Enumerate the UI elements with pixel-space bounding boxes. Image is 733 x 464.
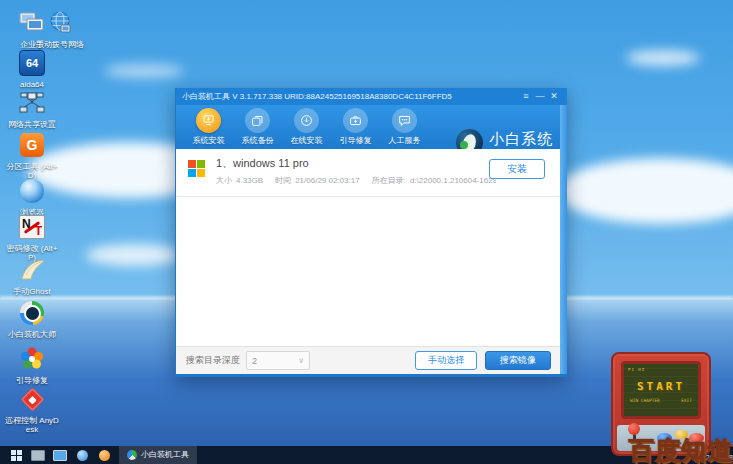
cloud [104, 64, 184, 78]
arcade-screen: P1 HI START WIN CHAPTER EXIT [621, 361, 701, 419]
search-depth-label: 搜索目录深度 [186, 354, 240, 367]
cloud [86, 244, 182, 266]
time-value: 21/06/29 02:03:17 [295, 176, 360, 185]
desktop-icon-diskgenius[interactable]: G 分区工具 (Alt+D) [4, 130, 60, 180]
taskbar-item-browser[interactable] [71, 446, 93, 464]
search-depth-value: 2 [252, 356, 298, 366]
globe-network-icon [45, 8, 75, 38]
nt-password-icon: N T [17, 212, 47, 242]
menu-icon[interactable]: ≡ [519, 88, 533, 105]
taskbar-task-label: 小白装机工具 [141, 449, 189, 460]
time-label: 时间 [275, 176, 291, 185]
cloud [626, 50, 700, 66]
xiaobai-app-icon [17, 298, 47, 328]
baidu-zhidao-watermark: 百度知道 [629, 434, 733, 464]
system-install-icon [196, 108, 221, 133]
globe-icon [77, 450, 88, 461]
window-title: 小白装机工具 V 3.1.717.338 URID:88A24525169518… [182, 91, 519, 102]
app-window: 小白装机工具 V 3.1.717.338 URID:88A24525169518… [175, 88, 567, 377]
diskgenius-icon-text: G [27, 137, 38, 153]
windows-logo-icon [188, 160, 206, 178]
arcade-right-text: EXIT [681, 398, 692, 403]
folder-icon [31, 450, 45, 461]
search-depth-select[interactable]: 2 ∨ [246, 351, 310, 370]
desktop-icon-ghost[interactable]: 手动Ghost [4, 255, 60, 296]
desktop-icon-label: 小白装机大师 [4, 330, 60, 339]
desktop-icon-label: 网络共享设置 [4, 120, 60, 129]
boot-repair-icon [343, 108, 368, 133]
nav-customer-service[interactable]: 人工服务 [380, 108, 429, 146]
chevron-down-icon: ∨ [298, 356, 304, 365]
desktop: 企业版 手动拨号网络 64 aida64 [0, 0, 733, 464]
size-value: 4.33GB [236, 176, 263, 185]
manual-select-button[interactable]: 手动选择 [415, 351, 477, 370]
search-image-button[interactable]: 搜索镜像 [485, 351, 551, 370]
window-navbar: 系统安装 系统备份 在线安装 引导修复 [176, 105, 567, 150]
nav-system-backup[interactable]: 系统备份 [233, 108, 282, 146]
aida64-icon: 64 [17, 48, 47, 78]
desktop-icon-network-share[interactable]: 网络共享设置 [4, 88, 60, 129]
install-button[interactable]: 安装 [489, 159, 545, 179]
diskgenius-icon: G [17, 130, 47, 160]
window-titlebar[interactable]: 小白装机工具 V 3.1.717.338 URID:88A24525169518… [176, 88, 567, 105]
nav-system-install[interactable]: 系统安装 [184, 108, 233, 146]
image-list-row[interactable]: 1、windows 11 pro 大小4.33GB时间21/06/29 02:0… [176, 149, 567, 197]
chat-bubble-icon [392, 108, 417, 133]
aida64-icon-text: 64 [26, 57, 38, 69]
desktop-icon-browser[interactable]: 浏览器 [4, 176, 60, 217]
nav-label: 人工服务 [380, 135, 429, 146]
nt-icon-letter-t: T [35, 224, 42, 238]
nav-label: 系统备份 [233, 135, 282, 146]
anydesk-icon [17, 384, 47, 414]
close-icon[interactable]: ✕ [547, 88, 561, 105]
arcade-left-text: WIN CHAPTER [630, 398, 660, 403]
nav-label: 在线安装 [282, 135, 331, 146]
desktop-icon-label: 远程控制 AnyDesk [4, 416, 60, 434]
image-list: 1、windows 11 pro 大小4.33GB时间21/06/29 02:0… [176, 149, 567, 347]
monitor-icon [53, 450, 67, 461]
desktop-icon-boot-repair[interactable]: 引导修复 [4, 344, 60, 385]
desktop-icon-xiaobai[interactable]: 小白装机大师 [4, 298, 60, 339]
system-backup-icon [245, 108, 270, 133]
arcade-start-text: START [624, 380, 698, 393]
orange-tool-icon [99, 450, 110, 461]
minimize-icon[interactable]: — [533, 88, 547, 105]
browser-sphere-icon [17, 176, 47, 206]
taskbar-item-tool[interactable] [93, 446, 115, 464]
desktop-icon-anydesk[interactable]: 远程控制 AnyDesk [4, 384, 60, 434]
window-footer: 搜索目录深度 2 ∨ 手动选择 搜索镜像 [176, 346, 567, 374]
start-button[interactable] [5, 446, 27, 464]
image-meta: 大小4.33GB时间21/06/29 02:03:17所在目录:d:\22000… [216, 175, 496, 186]
dir-value: d:\22000.1.210604-1628.co_release_svc_pr… [410, 176, 496, 185]
pinwheel-icon [17, 344, 47, 374]
nav-online-install[interactable]: 在线安装 [282, 108, 331, 146]
dir-label: 所在目录: [372, 176, 406, 185]
xiaobai-taskbar-icon [127, 450, 137, 460]
nav-label: 引导修复 [331, 135, 380, 146]
nav-boot-repair[interactable]: 引导修复 [331, 108, 380, 146]
arcade-screen-status: P1 HI [628, 367, 645, 372]
online-install-icon [294, 108, 319, 133]
size-label: 大小 [216, 176, 232, 185]
desktop-icon-aida64[interactable]: 64 aida64 [4, 48, 60, 89]
desktop-icon-label: 手动Ghost [4, 287, 60, 296]
network-topology-icon [17, 88, 47, 118]
taskbar-item-system[interactable] [49, 446, 71, 464]
windows-start-icon [11, 450, 22, 461]
window-right-border [560, 105, 567, 374]
desktop-icon-dialup-network[interactable]: 手动拨号网络 [32, 8, 88, 49]
brand-name: 小白系统 [489, 130, 555, 149]
nav-label: 系统安装 [184, 135, 233, 146]
taskbar-item-explorer[interactable] [27, 446, 49, 464]
cloud [556, 158, 733, 224]
taskbar-task-xiaobai[interactable]: 小白装机工具 [119, 446, 197, 464]
ghost-wing-icon [17, 255, 47, 285]
